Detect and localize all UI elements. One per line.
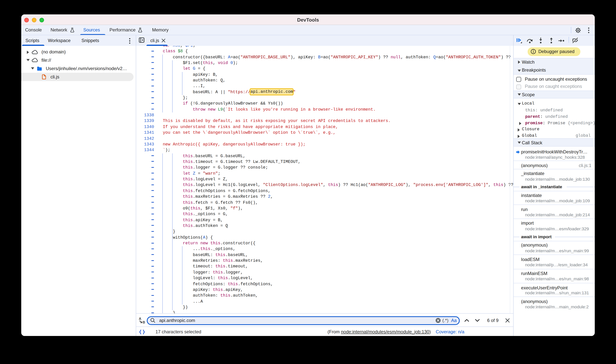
svg-text:A: A (139, 317, 141, 321)
svg-text:B: B (143, 321, 145, 324)
